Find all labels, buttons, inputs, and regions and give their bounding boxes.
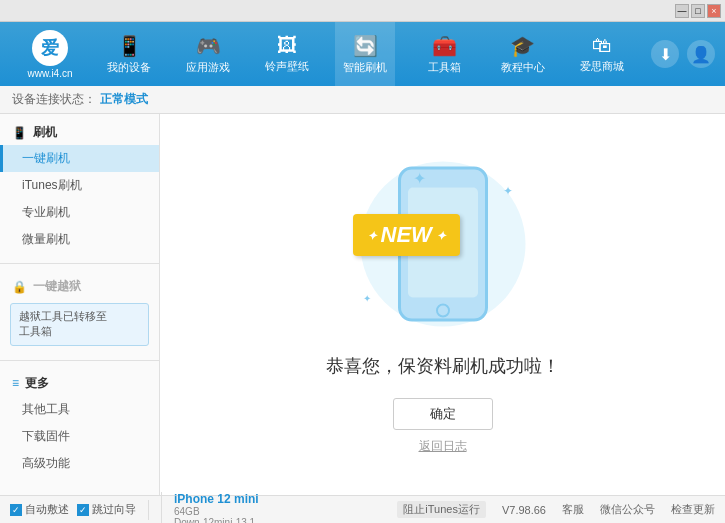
wallpaper-label: 铃声壁纸 bbox=[265, 59, 309, 74]
itunes-status[interactable]: 阻止iTunes运行 bbox=[397, 501, 486, 518]
content-area: NEW ✦ ✦ ✦ 恭喜您，保资料刷机成功啦！ 确定 返回日志 bbox=[160, 114, 725, 495]
itunes-status-label: 阻止iTunes运行 bbox=[403, 502, 480, 517]
logo-icon: 爱 bbox=[32, 30, 68, 66]
toolbox-label: 工具箱 bbox=[428, 60, 461, 75]
sidebar-section-flash: 📱 刷机 一键刷机 iTunes刷机 专业刷机 微量刷机 bbox=[0, 114, 159, 259]
flash-section-icon: 📱 bbox=[12, 126, 27, 140]
star-2: ✦ bbox=[503, 184, 513, 198]
auto-connect-checkbox-item[interactable]: ✓ 自动敷述 bbox=[10, 502, 69, 517]
sidebar-section-more: ≡ 更多 其他工具 下载固件 高级功能 bbox=[0, 365, 159, 483]
header-right-buttons: ⬇ 👤 bbox=[651, 40, 715, 68]
user-button[interactable]: 👤 bbox=[687, 40, 715, 68]
main-area: 📱 刷机 一键刷机 iTunes刷机 专业刷机 微量刷机 🔒 一键越狱 bbox=[0, 114, 725, 495]
check-update-link[interactable]: 检查更新 bbox=[671, 502, 715, 517]
sidebar-item-onekey[interactable]: 一键刷机 bbox=[0, 145, 159, 172]
mall-icon: 🛍 bbox=[592, 34, 612, 57]
sidebar-section-jailbreak: 🔒 一键越狱 越狱工具已转移至工具箱 bbox=[0, 268, 159, 356]
lock-icon: 🔒 bbox=[12, 280, 27, 294]
nav-toolbox[interactable]: 🧰 工具箱 bbox=[414, 22, 474, 86]
success-illustration: NEW ✦ ✦ ✦ bbox=[343, 154, 543, 334]
advanced-label: 高级功能 bbox=[22, 456, 70, 470]
auto-connect-checkbox[interactable]: ✓ bbox=[10, 504, 22, 516]
toolbox-icon: 🧰 bbox=[432, 34, 457, 58]
device-storage: 64GB bbox=[174, 506, 259, 517]
nav-tutorial[interactable]: 🎓 教程中心 bbox=[493, 22, 553, 86]
star-1: ✦ bbox=[413, 169, 426, 188]
nav-wallpaper[interactable]: 🖼 铃声壁纸 bbox=[257, 22, 317, 86]
nav-mall[interactable]: 🛍 爱思商城 bbox=[572, 22, 632, 86]
status-bar: 设备连接状态： 正常模式 bbox=[0, 86, 725, 114]
skip-wizard-checkbox[interactable]: ✓ bbox=[77, 504, 89, 516]
back-link[interactable]: 返回日志 bbox=[419, 438, 467, 455]
jailbreak-section-label: 一键越狱 bbox=[33, 278, 81, 295]
device-firmware: Down-12mini-13,1 bbox=[174, 517, 259, 524]
sidebar-section-jailbreak-title: 🔒 一键越狱 bbox=[0, 274, 159, 299]
apps-label: 应用游戏 bbox=[186, 60, 230, 75]
sidebar-item-micro[interactable]: 微量刷机 bbox=[0, 226, 159, 253]
version-label: V7.98.66 bbox=[502, 504, 546, 516]
smart-flash-label: 智能刷机 bbox=[343, 60, 387, 75]
itunes-label: iTunes刷机 bbox=[22, 178, 82, 192]
close-button[interactable]: × bbox=[707, 4, 721, 18]
device-name: iPhone 12 mini bbox=[174, 492, 259, 506]
sidebar-item-download-firmware[interactable]: 下载固件 bbox=[0, 423, 159, 450]
nav-my-device[interactable]: 📱 我的设备 bbox=[99, 22, 159, 86]
sidebar-item-itunes[interactable]: iTunes刷机 bbox=[0, 172, 159, 199]
confirm-button[interactable]: 确定 bbox=[393, 398, 493, 430]
skip-wizard-label: 跳过向导 bbox=[92, 502, 136, 517]
download-firmware-label: 下载固件 bbox=[22, 429, 70, 443]
my-device-label: 我的设备 bbox=[107, 60, 151, 75]
customer-service-link[interactable]: 客服 bbox=[562, 502, 584, 517]
window-controls[interactable]: — □ × bbox=[675, 4, 721, 18]
micro-label: 微量刷机 bbox=[22, 232, 70, 246]
more-section-label: 更多 bbox=[25, 375, 49, 392]
other-tools-label: 其他工具 bbox=[22, 402, 70, 416]
status-label: 设备连接状态： bbox=[12, 91, 96, 108]
logo[interactable]: 爱 www.i4.cn bbox=[10, 30, 90, 79]
onekey-label: 一键刷机 bbox=[22, 151, 70, 165]
auto-connect-label: 自动敷述 bbox=[25, 502, 69, 517]
pro-label: 专业刷机 bbox=[22, 205, 70, 219]
skip-wizard-checkbox-item[interactable]: ✓ 跳过向导 bbox=[77, 502, 136, 517]
tutorial-icon: 🎓 bbox=[510, 34, 535, 58]
star-3: ✦ bbox=[363, 293, 371, 304]
sidebar: 📱 刷机 一键刷机 iTunes刷机 专业刷机 微量刷机 🔒 一键越狱 bbox=[0, 114, 160, 495]
nav: 📱 我的设备 🎮 应用游戏 🖼 铃声壁纸 🔄 智能刷机 🧰 工具箱 🎓 教程中心… bbox=[90, 22, 641, 86]
title-bar: — □ × bbox=[0, 0, 725, 22]
new-badge: NEW bbox=[353, 214, 460, 256]
minimize-button[interactable]: — bbox=[675, 4, 689, 18]
wallpaper-icon: 🖼 bbox=[277, 34, 297, 57]
nav-smart-flash[interactable]: 🔄 智能刷机 bbox=[335, 22, 395, 86]
confirm-button-label: 确定 bbox=[430, 405, 456, 423]
header: 爱 www.i4.cn 📱 我的设备 🎮 应用游戏 🖼 铃声壁纸 🔄 智能刷机 … bbox=[0, 22, 725, 86]
download-button[interactable]: ⬇ bbox=[651, 40, 679, 68]
sidebar-item-advanced[interactable]: 高级功能 bbox=[0, 450, 159, 477]
sidebar-section-more-title: ≡ 更多 bbox=[0, 371, 159, 396]
tutorial-label: 教程中心 bbox=[501, 60, 545, 75]
smart-flash-icon: 🔄 bbox=[353, 34, 378, 58]
logo-text: www.i4.cn bbox=[27, 68, 72, 79]
more-section-icon: ≡ bbox=[12, 376, 19, 390]
mall-label: 爱思商城 bbox=[580, 59, 624, 74]
sidebar-divider-2 bbox=[0, 360, 159, 361]
sidebar-item-pro[interactable]: 专业刷机 bbox=[0, 199, 159, 226]
bottom-right: 阻止iTunes运行 V7.98.66 客服 微信公众号 检查更新 bbox=[397, 501, 715, 518]
nav-apps[interactable]: 🎮 应用游戏 bbox=[178, 22, 238, 86]
sidebar-divider-1 bbox=[0, 263, 159, 264]
status-value: 正常模式 bbox=[100, 91, 148, 108]
sidebar-section-flash-title: 📱 刷机 bbox=[0, 120, 159, 145]
bottom-left: ✓ 自动敷述 ✓ 跳过向导 iPhone 12 mini 64GB Down-1… bbox=[10, 492, 397, 524]
success-message: 恭喜您，保资料刷机成功啦！ bbox=[326, 354, 560, 378]
maximize-button[interactable]: □ bbox=[691, 4, 705, 18]
apps-icon: 🎮 bbox=[196, 34, 221, 58]
my-device-icon: 📱 bbox=[117, 34, 142, 58]
sidebar-item-other-tools[interactable]: 其他工具 bbox=[0, 396, 159, 423]
flash-section-label: 刷机 bbox=[33, 124, 57, 141]
wechat-public-link[interactable]: 微信公众号 bbox=[600, 502, 655, 517]
device-info: iPhone 12 mini 64GB Down-12mini-13,1 bbox=[161, 492, 259, 524]
bottom-bar: ✓ 自动敷述 ✓ 跳过向导 iPhone 12 mini 64GB Down-1… bbox=[0, 495, 725, 523]
phone-home-button bbox=[436, 304, 450, 318]
jailbreak-notice: 越狱工具已转移至工具箱 bbox=[10, 303, 149, 346]
